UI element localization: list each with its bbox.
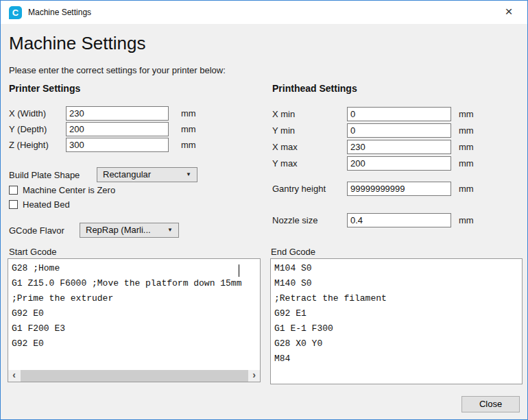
y-min-input[interactable]: [347, 123, 451, 138]
printer-settings-title: Printer Settings: [9, 83, 80, 94]
z-height-input[interactable]: [66, 138, 169, 152]
x-max-unit: mm: [459, 142, 474, 152]
gcode-flavor-dropdown[interactable]: RepRap (Marli... ▼: [80, 223, 179, 238]
build-plate-shape-dropdown[interactable]: Rectangular ▼: [97, 167, 197, 182]
chevron-down-icon: ▼: [186, 168, 191, 182]
heated-bed-checkbox-row[interactable]: Heated Bed: [9, 199, 146, 210]
build-plate-shape-label: Build Plate Shape: [9, 170, 80, 180]
x-min-label: X min: [272, 109, 295, 119]
gcode-flavor-label: GCode Flavor: [9, 225, 64, 236]
x-width-label: X (Width): [9, 108, 46, 119]
gantry-height-unit: mm: [459, 184, 474, 194]
x-min-input[interactable]: [347, 107, 451, 121]
y-max-input[interactable]: [347, 156, 451, 171]
chevron-down-icon: ▼: [167, 223, 173, 237]
scrollbar-thumb[interactable]: [21, 370, 248, 382]
page-subtitle: Please enter the correct settings for yo…: [9, 65, 226, 75]
x-width-unit: mm: [181, 108, 196, 119]
x-width-input[interactable]: [66, 106, 169, 121]
heated-bed-checkbox[interactable]: [9, 200, 18, 209]
titlebar[interactable]: C Machine Settings ×: [1, 1, 527, 24]
machine-center-checkbox[interactable]: [9, 186, 18, 195]
end-gcode-label: End Gcode: [271, 247, 315, 257]
build-plate-shape-value: Rectangular: [103, 168, 151, 182]
machine-center-checkbox-row[interactable]: Machine Center is Zero: [9, 185, 146, 196]
z-height-unit: mm: [181, 140, 196, 150]
nozzle-size-unit: mm: [459, 215, 474, 225]
close-icon[interactable]: ×: [494, 1, 523, 24]
cura-logo-icon: C: [9, 6, 22, 19]
text-cursor: [239, 264, 239, 277]
start-gcode-label: Start Gcode: [9, 247, 56, 257]
x-max-label: X max: [272, 142, 298, 152]
heated-bed-checkbox-label[interactable]: Heated Bed: [23, 199, 70, 210]
printhead-settings-title: Printhead Settings: [272, 83, 357, 94]
x-min-unit: mm: [459, 109, 474, 119]
gantry-height-input[interactable]: [347, 182, 451, 196]
gcode-flavor-value: RepRap (Marli...: [86, 223, 151, 237]
y-max-label: Y max: [272, 158, 298, 169]
y-min-label: Y min: [272, 125, 295, 136]
scroll-right-icon[interactable]: ›: [248, 370, 260, 382]
y-max-unit: mm: [459, 158, 474, 169]
start-gcode-textarea[interactable]: G28 ;Home G1 Z15.0 F6000 ;Move the platf…: [8, 258, 261, 382]
gantry-height-label: Gantry height: [272, 184, 326, 194]
start-gcode-content: G28 ;Home G1 Z15.0 F6000 ;Move the platf…: [8, 259, 260, 370]
window-title: Machine Settings: [28, 1, 91, 24]
nozzle-size-input[interactable]: [347, 213, 451, 227]
nozzle-size-label: Nozzle size: [272, 215, 317, 225]
y-min-unit: mm: [459, 125, 474, 136]
y-depth-unit: mm: [181, 124, 196, 134]
close-button[interactable]: Close: [461, 396, 520, 412]
y-depth-label: Y (Depth): [9, 124, 47, 134]
page-title: Machine Settings: [9, 33, 145, 54]
machine-settings-dialog: C Machine Settings × Machine Settings Pl…: [0, 0, 528, 420]
end-gcode-content: M104 S0 M140 S0 ;Retract the filament G9…: [271, 259, 522, 384]
end-gcode-textarea[interactable]: M104 S0 M140 S0 ;Retract the filament G9…: [270, 258, 523, 384]
x-max-input[interactable]: [347, 140, 451, 154]
scroll-left-icon[interactable]: ‹: [8, 370, 20, 382]
machine-center-checkbox-label[interactable]: Machine Center is Zero: [23, 185, 115, 195]
horizontal-scrollbar[interactable]: ‹ ›: [8, 370, 260, 382]
z-height-label: Z (Height): [9, 140, 49, 150]
y-depth-input[interactable]: [66, 122, 169, 136]
